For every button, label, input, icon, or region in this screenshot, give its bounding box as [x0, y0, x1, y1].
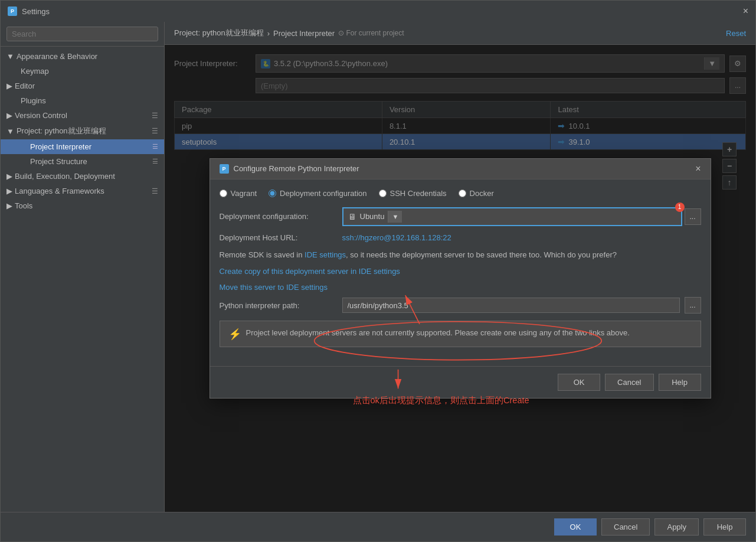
modal-help-button[interactable]: Help — [659, 374, 701, 391]
sidebar-item-project-interpreter[interactable]: Project Interpreter ☰ — [1, 139, 164, 154]
breadcrumb-separator: › — [267, 29, 270, 38]
reset-link[interactable]: Reset — [726, 29, 746, 38]
cancel-button[interactable]: Cancel — [601, 518, 650, 536]
search-input[interactable] — [6, 27, 158, 41]
deployment-host-url[interactable]: ssh://hgzero@192.168.1.128:22 — [342, 233, 451, 242]
deployment-label: Deployment configuration — [280, 189, 366, 198]
sidebar-item-project-structure[interactable]: Project Structure ☰ — [1, 154, 164, 169]
help-button[interactable]: Help — [703, 518, 746, 536]
sidebar-item-label: Tools — [15, 201, 32, 210]
vagrant-radio[interactable] — [220, 190, 227, 197]
warning-icon: ⚡ — [228, 328, 241, 341]
radio-docker[interactable]: Docker — [459, 189, 494, 198]
sidebar-item-project[interactable]: ▼ Project: python就业班编程 ☰ — [1, 123, 164, 139]
breadcrumb-sub-info: ⊙ For current project — [338, 29, 404, 37]
interpreter-type-group: Vagrant Deployment configuration SSH Cre… — [220, 189, 701, 198]
modal-app-icon: P — [220, 164, 229, 174]
window-close-button[interactable]: × — [743, 6, 748, 17]
interpreter-scope-icon: ☰ — [152, 143, 158, 151]
deployment-select[interactable]: 🖥 Ubuntu ▼ — [342, 207, 682, 226]
python-path-input[interactable] — [342, 298, 680, 313]
info-text-1: Remote SDK is saved in — [220, 250, 305, 259]
title-bar-left: P Settings — [8, 6, 50, 16]
panel-header: Project: python就业班编程 › Project Interpret… — [165, 22, 755, 45]
modal-footer: OK Cancel Help — [210, 366, 711, 398]
sidebar-item-label: Plugins — [21, 96, 46, 105]
settings-window: P Settings × ▼ Appearance & Behavior Key… — [0, 0, 756, 542]
apply-button[interactable]: Apply — [654, 518, 699, 536]
sidebar-item-label: Languages & Frameworks — [15, 187, 104, 195]
modal-cancel-button[interactable]: Cancel — [605, 374, 653, 391]
sidebar-item-tools[interactable]: ▶ Tools — [1, 198, 164, 213]
window-title: Settings — [22, 7, 50, 16]
expand-arrow: ▶ — [6, 81, 12, 90]
main-content: ▼ Appearance & Behavior Keymap ▶ Editor … — [1, 22, 755, 512]
expand-arrow: ▶ — [6, 187, 12, 195]
ide-settings-link[interactable]: IDE settings — [305, 250, 346, 259]
sidebar-item-label: Project Structure — [30, 157, 87, 166]
sidebar-item-languages[interactable]: ▶ Languages & Frameworks ☰ — [1, 184, 164, 198]
info-text-2: , so it needs the deployment server to b… — [346, 250, 617, 259]
warning-text: Project level deployment servers are not… — [246, 327, 630, 339]
sidebar-item-label: Project: python就业班编程 — [17, 126, 106, 136]
project-icon: ☰ — [152, 127, 158, 135]
radio-deployment[interactable]: Deployment configuration — [269, 189, 366, 198]
expand-arrow: ▶ — [6, 111, 12, 120]
sidebar-item-label: Appearance & Behavior — [17, 52, 97, 61]
deployment-select-wrapper: 🖥 Ubuntu ▼ 1 ... — [342, 207, 701, 226]
radio-ssh[interactable]: SSH Credentials — [379, 189, 447, 198]
sidebar-item-label: Project Interpreter — [30, 142, 91, 151]
python-path-row: Python interpreter path: ... — [220, 297, 701, 314]
sidebar-item-version-control[interactable]: ▶ Version Control ☰ — [1, 108, 164, 123]
breadcrumb: Project: python就业班编程 › Project Interpret… — [174, 28, 404, 38]
ok-button[interactable]: OK — [554, 518, 597, 536]
python-path-dots-button[interactable]: ... — [685, 297, 701, 314]
deployment-config-label: Deployment configuration: — [220, 212, 338, 221]
sidebar-item-build[interactable]: ▶ Build, Execution, Deployment — [1, 169, 164, 184]
deployment-value: Ubuntu — [360, 212, 385, 221]
sidebar-item-label: Version Control — [15, 111, 67, 120]
app-icon: P — [8, 6, 17, 16]
deployment-host-label: Deployment Host URL: — [220, 233, 338, 242]
modal-overlay: P Configure Remote Python Interpreter × — [165, 45, 755, 512]
ssh-label: SSH Credentials — [390, 189, 447, 198]
title-bar: P Settings × — [1, 1, 755, 22]
modal-title: P Configure Remote Python Interpreter — [220, 164, 359, 174]
bottom-bar: OK Cancel Apply Help — [1, 512, 755, 541]
docker-radio[interactable] — [459, 190, 466, 197]
sidebar-item-editor[interactable]: ▶ Editor — [1, 79, 164, 93]
modal-title-text: Configure Remote Python Interpreter — [234, 164, 359, 173]
warning-box: ⚡ Project level deployment servers are n… — [220, 321, 701, 347]
modal-close-button[interactable]: × — [695, 164, 701, 174]
configure-remote-interpreter-modal: P Configure Remote Python Interpreter × — [210, 158, 711, 399]
sidebar-item-label: Editor — [15, 81, 35, 90]
move-server-link[interactable]: Move this server to IDE settings — [220, 281, 701, 293]
sidebar-item-keymap[interactable]: Keymap — [1, 64, 164, 79]
deployment-dots-button[interactable]: ... — [685, 208, 701, 225]
nav-tree: ▼ Appearance & Behavior Keymap ▶ Editor … — [1, 47, 164, 512]
expand-arrow: ▼ — [6, 52, 14, 61]
deployment-host-row: Deployment Host URL: ssh://hgzero@192.16… — [220, 233, 701, 242]
langs-icon: ☰ — [152, 187, 158, 195]
expand-arrow: ▼ — [6, 127, 14, 136]
modal-ok-button[interactable]: OK — [558, 374, 600, 391]
vagrant-label: Vagrant — [231, 189, 257, 198]
deployment-dropdown-arrow[interactable]: ▼ — [388, 211, 402, 223]
python-path-label: Python interpreter path: — [220, 301, 338, 310]
docker-label: Docker — [470, 189, 494, 198]
deployment-config-row: Deployment configuration: 🖥 Ubuntu ▼ 1 .… — [220, 207, 701, 226]
sidebar-item-appearance[interactable]: ▼ Appearance & Behavior — [1, 49, 164, 64]
sidebar-item-plugins[interactable]: Plugins — [1, 93, 164, 108]
panel-body: Project Interpreter: 🐍 3.5.2 (D:\python3… — [165, 45, 755, 512]
right-panel: Project: python就业班编程 › Project Interpret… — [165, 22, 755, 512]
create-copy-link[interactable]: Create copy of this deployment server in… — [220, 265, 701, 277]
modal-body: Vagrant Deployment configuration SSH Cre… — [210, 179, 711, 367]
notification-badge: 1 — [675, 203, 685, 212]
sidebar-item-label: Keymap — [21, 67, 49, 76]
deployment-radio[interactable] — [269, 190, 276, 197]
radio-vagrant[interactable]: Vagrant — [220, 189, 257, 198]
search-box — [1, 22, 164, 47]
info-text-block: Remote SDK is saved in IDE settings, so … — [220, 249, 701, 261]
breadcrumb-project: Project: python就业班编程 — [174, 28, 264, 38]
ssh-radio[interactable] — [379, 190, 387, 197]
